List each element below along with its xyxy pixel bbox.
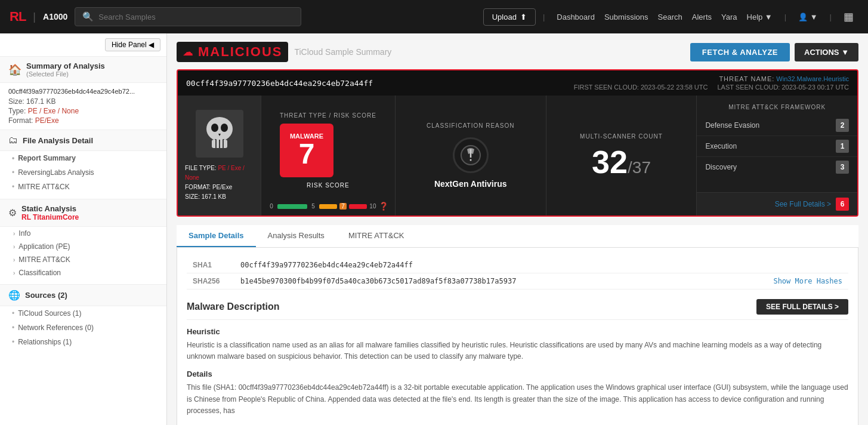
topnav: RL | A1000 🔍 Upload ⬆ | Dashboard Submis…: [0, 0, 868, 33]
file-type-link[interactable]: PE / Exe / None: [28, 107, 79, 115]
sources-icon: 🌐: [8, 290, 20, 301]
scanner-total: /37: [628, 159, 651, 176]
size-label: SIZE:: [185, 193, 200, 200]
sub-info-label: Info: [18, 229, 30, 238]
sha1-label: SHA1: [187, 257, 234, 273]
mitre-footer: See Full Details > 6: [697, 192, 857, 215]
search-input[interactable]: [98, 13, 294, 21]
mitre-tactic-0: Defense Evasion: [705, 121, 759, 130]
risk-inner: THREAT TYPE / RISK SCORE MALWARE 7 RISK …: [270, 96, 386, 197]
file-format-meta: Format: PE/Exe: [8, 116, 158, 125]
sources-title: Sources (2): [25, 291, 67, 300]
hide-panel-area: Hide Panel ◀: [0, 33, 166, 57]
hash-table: SHA1 00cff4f39a97770236eb4dc44ea29c4eb72…: [187, 257, 848, 290]
tab-sample-details[interactable]: Sample Details: [177, 225, 256, 247]
src-network[interactable]: Network References (0): [0, 321, 166, 335]
tab-analysis-results[interactable]: Analysis Results: [256, 225, 336, 247]
tab-mitre-attck[interactable]: MITRE ATT&CK: [336, 225, 416, 247]
nav-reversing[interactable]: ReversingLabs Analysis: [0, 165, 166, 180]
sub-mitre-static[interactable]: › MITRE ATT&CK: [8, 253, 158, 266]
risk-bar-num-7: 7: [339, 203, 347, 210]
upload-label: Upload: [492, 13, 517, 21]
threat-card-body: FILE TYPE: PE / Exe / None FORMAT: PE/Ex…: [178, 96, 857, 215]
chart-icon[interactable]: ▦: [839, 10, 858, 23]
sub-application[interactable]: › Application (PE): [8, 240, 158, 253]
threat-name-label: THREAT NAME:: [719, 75, 774, 82]
svg-point-3: [221, 124, 228, 132]
risk-score-section: THREAT TYPE / RISK SCORE MALWARE 7 RISK …: [261, 96, 396, 215]
threat-name-block: THREAT NAME: Win32.Malware.Heuristic FIR…: [574, 75, 849, 91]
see-full-details-button[interactable]: SEE FULL DETAILS >: [756, 299, 848, 315]
actions-button[interactable]: ACTIONS ▼: [795, 43, 858, 61]
chevron-mitre-icon: ›: [13, 257, 15, 263]
nav-mitre-sidebar[interactable]: MITRE ATT&CK: [0, 180, 166, 194]
file-type-label: FILE TYPE:: [185, 165, 217, 171]
nav-report-summary[interactable]: Report Summary: [0, 151, 166, 165]
sha256-label: SHA256: [187, 273, 234, 290]
malware-description: Malware Description SEE FULL DETAILS > H…: [187, 299, 848, 417]
risk-score-box: MALWARE 7: [280, 124, 333, 177]
sha256-hash: b1e45be970300fb4b99f07d5a40ca30b673c5017…: [240, 277, 516, 285]
risk-question-icon[interactable]: ❓: [379, 202, 388, 211]
fetch-analyze-button[interactable]: FETCH & ANALYZE: [690, 43, 790, 61]
nav-dashboard[interactable]: Dashboard: [552, 13, 600, 21]
risk-bar-num-10: 10: [369, 203, 376, 210]
file-type-meta: Type: PE / Exe / None: [8, 107, 158, 115]
search-bar[interactable]: 🔍: [75, 7, 301, 26]
summary-subtitle: (Selected File): [26, 70, 105, 78]
sub-classification[interactable]: › Classification: [8, 266, 158, 279]
malicious-icon: ☁: [183, 45, 193, 58]
show-more-hashes-link[interactable]: Show More Hashes: [773, 277, 842, 285]
sub-info[interactable]: › Info: [8, 227, 158, 240]
svg-point-11: [469, 159, 471, 161]
page-header: ☁ MALICIOUS TiCloud Sample Summary FETCH…: [177, 42, 858, 62]
topnav-actions: Upload ⬆ | Dashboard Submissions Search …: [483, 8, 858, 26]
risk-bar-num-0: 0: [268, 203, 275, 210]
risk-bar-num-5: 5: [310, 203, 317, 210]
malware-skull-image: [196, 110, 243, 158]
home-icon: 🏠: [8, 63, 21, 76]
risk-bar-red: [349, 204, 367, 209]
svg-point-1: [206, 117, 233, 141]
see-full-details-link[interactable]: See Full Details >: [775, 200, 831, 208]
risk-bar: 0 5 7 10 ❓: [264, 197, 392, 215]
file-format-link[interactable]: PE/Exe: [35, 116, 59, 125]
src-relationships[interactable]: Relationships (1): [0, 335, 166, 349]
src-ticloud[interactable]: TiCloud Sources (1): [0, 306, 166, 321]
malicious-label: MALICIOUS: [198, 44, 282, 60]
main-content: ☁ MALICIOUS TiCloud Sample Summary FETCH…: [167, 33, 868, 425]
malware-desc-header: Malware Description SEE FULL DETAILS >: [187, 299, 848, 320]
threat-name-value[interactable]: Win32.Malware.Heuristic: [776, 75, 849, 82]
file-analysis-header: 🗂 File Analysis Detail: [0, 130, 166, 151]
chevron-class-icon: ›: [13, 270, 15, 276]
nav-yara[interactable]: Yara: [716, 13, 742, 21]
mitre-header: MITRE ATT&CK FRAMEWORK: [697, 96, 857, 115]
nav-separator: |: [543, 13, 545, 21]
mitre-row-0: Defense Evasion 2: [697, 115, 857, 135]
risk-bar-yellow: [319, 204, 337, 209]
scanner-header: MULTI-SCANNER COUNT: [580, 133, 663, 140]
ticloud-label: TiCloud Sample Summary: [294, 47, 391, 57]
upload-button[interactable]: Upload ⬆: [483, 8, 536, 26]
nav-help[interactable]: Help ▼: [742, 13, 777, 21]
mitre-section: MITRE ATT&CK FRAMEWORK Defense Evasion 2…: [697, 96, 857, 215]
file-type-row: FILE TYPE: PE / Exe / None: [185, 164, 254, 183]
nav-submissions[interactable]: Submissions: [600, 13, 653, 21]
heuristic-title: Heuristic: [187, 327, 848, 336]
user-menu[interactable]: 👤 ▼: [793, 13, 822, 21]
nav-separator2: |: [784, 13, 786, 21]
file-size-row: SIZE: 167.1 KB: [185, 192, 254, 202]
malware-desc-title: Malware Description: [187, 301, 280, 312]
svg-point-2: [211, 124, 218, 132]
sha1-value: 00cff4f39a97770236eb4dc44ea29c4eb72a44ff: [234, 257, 848, 273]
file-format-row: FORMAT: PE/Exe: [185, 183, 254, 192]
mitre-row-1: Execution 1: [697, 135, 857, 156]
nav-alerts[interactable]: Alerts: [687, 13, 716, 21]
static-icon: ⚙: [8, 207, 17, 218]
classification-name: NextGen Antivirus: [434, 179, 507, 189]
nav-search[interactable]: Search: [653, 13, 687, 21]
heuristic-text: Heuristic is a classification name used …: [187, 340, 848, 362]
hide-panel-button[interactable]: Hide Panel ◀: [105, 38, 160, 51]
header-buttons: FETCH & ANALYZE ACTIONS ▼: [690, 43, 858, 61]
sources-header: 🌐 Sources (2): [0, 284, 166, 306]
